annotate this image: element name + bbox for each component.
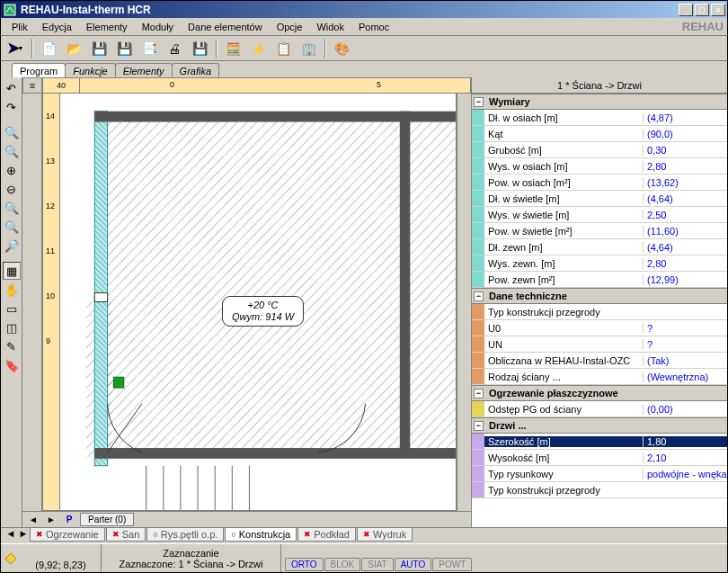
prop-row[interactable]: Pow. w świetle [m²](11,60): [472, 223, 727, 239]
check-button[interactable]: ⚡: [246, 38, 270, 59]
select-rect-icon[interactable]: ▭: [3, 300, 21, 318]
prop-row[interactable]: Wys. w osiach [m]2,80: [472, 158, 727, 175]
mode-auto[interactable]: AUTO: [395, 558, 432, 571]
mode-orto[interactable]: ORTO: [285, 558, 324, 571]
level-park-icon[interactable]: P: [62, 514, 76, 526]
mode-siat[interactable]: SIAT: [361, 558, 393, 571]
prop-group-header[interactable]: −Drzwi ...: [472, 417, 727, 434]
undo-icon[interactable]: ↶: [3, 79, 21, 97]
prop-row[interactable]: Kąt(90,0): [472, 126, 727, 142]
color-button[interactable]: 🎨: [330, 38, 353, 59]
level-tab[interactable]: Parter (0): [80, 513, 134, 526]
vertical-scrollbar[interactable]: [457, 94, 471, 511]
save-all-button[interactable]: 💾: [112, 38, 136, 59]
layer-tab[interactable]: ✖Wydruk: [357, 528, 413, 542]
menu-elementy[interactable]: Elementy: [79, 20, 135, 34]
prop-row[interactable]: Dł. zewn [m](4,64): [472, 239, 727, 255]
grid-icon[interactable]: ▦: [3, 262, 21, 280]
calc-button[interactable]: 🧮: [221, 38, 244, 59]
menu-edycja[interactable]: Edycja: [35, 20, 79, 34]
close-button[interactable]: ✕: [711, 4, 725, 16]
prop-row[interactable]: UN?: [472, 336, 727, 353]
prop-group-header[interactable]: −Dane techniczne: [472, 288, 727, 304]
export-button[interactable]: 💾: [188, 38, 211, 59]
layer-tab[interactable]: ○Rys.pętli o.p.: [146, 528, 224, 542]
ruler-horizontal[interactable]: 0 5: [80, 77, 471, 94]
building-button[interactable]: 🏢: [297, 38, 320, 59]
menu-pomoc[interactable]: Pomoc: [351, 20, 396, 34]
status-selection: Zaznaczanie Zaznaczone: 1 * Ściana -> Dr…: [102, 544, 281, 572]
menu-plik[interactable]: Plik: [4, 20, 35, 34]
draw-line-icon[interactable]: ✎: [3, 337, 21, 355]
prop-row[interactable]: Obliczana w REHAU-Instal-OZC(Tak): [472, 353, 727, 369]
tab-grafika[interactable]: Grafika: [172, 63, 219, 77]
properties-body[interactable]: −WymiaryDł. w osiach [m](4,87)Kąt(90,0)G…: [472, 94, 727, 527]
minimize-button[interactable]: _: [679, 4, 693, 16]
prop-row[interactable]: Odstęp PG od ściany(0,00): [472, 401, 727, 417]
prop-row[interactable]: Wysokość [m]2,10: [472, 450, 727, 466]
mode-blok[interactable]: BLOK: [324, 558, 361, 571]
zoom-in-icon[interactable]: 🔍: [3, 123, 21, 141]
app-icon: [3, 3, 17, 17]
ruler-scale: 40: [42, 77, 80, 94]
prop-row[interactable]: Typ rysunkowypodwójne - wnęka: [472, 466, 727, 482]
prop-row[interactable]: Pow. w osiach [m²](13,62): [472, 175, 727, 191]
new-file-button[interactable]: 📄: [37, 38, 60, 59]
zoom-fit-icon[interactable]: 🔍: [3, 218, 21, 236]
statusbar: (9,92; 8,23) Zaznaczanie Zaznaczone: 1 *…: [1, 543, 727, 572]
svg-rect-13: [113, 377, 123, 388]
level-next-icon[interactable]: ►: [44, 514, 58, 526]
prop-group-header[interactable]: −Wymiary: [472, 94, 727, 110]
prop-row[interactable]: Rodzaj ściany ...(Wewnętrzna): [472, 369, 727, 385]
save-button[interactable]: 💾: [87, 38, 111, 59]
prop-row[interactable]: Grubość [m]0,30: [472, 142, 727, 158]
menu-widok[interactable]: Widok: [309, 20, 351, 34]
mode-powt[interactable]: POWT: [432, 558, 472, 571]
tab-funkcje[interactable]: Funkcje: [65, 63, 116, 77]
brand-logo: REHAU: [682, 20, 724, 33]
zoom-all-icon[interactable]: 🔎: [3, 237, 21, 255]
layer-tab[interactable]: ○Konstrukcja: [225, 528, 297, 542]
layer-tab[interactable]: ✖San: [106, 528, 146, 542]
prop-row[interactable]: Dł. w osiach [m](4,87): [472, 110, 727, 126]
zoom-minus-icon[interactable]: ⊖: [3, 180, 21, 198]
zoom-out-icon[interactable]: 🔍: [3, 142, 21, 160]
layer-tab[interactable]: ✖Podkład: [297, 528, 356, 542]
redo-icon[interactable]: ↷: [3, 98, 21, 116]
titlebar: REHAU-Instal-therm HCR _ □ ✕: [1, 1, 727, 18]
prop-row[interactable]: Szerokość [m]1,80: [472, 434, 727, 450]
pan-icon[interactable]: ✋: [3, 281, 21, 299]
prop-row[interactable]: Typ konstrukcji przegrody: [472, 482, 727, 498]
prop-row[interactable]: Dł. w świetle [m](4,64): [472, 191, 727, 207]
select-lasso-icon[interactable]: ◫: [3, 318, 21, 336]
ruler-menu-icon[interactable]: ≡: [22, 77, 42, 94]
prop-row[interactable]: Pow. zewn [m²](12,99): [472, 272, 727, 288]
drawing-canvas[interactable]: +20 °C Qwym: 914 W: [60, 94, 457, 511]
maximize-button[interactable]: □: [695, 4, 709, 16]
list-button[interactable]: 📋: [271, 38, 295, 59]
open-file-button[interactable]: 📂: [62, 38, 85, 59]
level-prev-icon[interactable]: ◄: [26, 514, 40, 526]
prop-group-header[interactable]: −Ogrzewanie płaszczyznowe: [472, 385, 727, 401]
tab-program[interactable]: Program: [12, 63, 66, 77]
menu-dane[interactable]: Dane elementów: [181, 20, 270, 34]
window-title: REHAU-Instal-therm HCR: [21, 4, 677, 16]
tag-icon[interactable]: 🔖: [3, 356, 21, 374]
prop-row[interactable]: Wys. zewn. [m]2,80: [472, 255, 727, 272]
prop-row[interactable]: U0?: [472, 320, 727, 336]
tabs-prev-icon[interactable]: ◄: [4, 528, 17, 539]
tab-elementy[interactable]: Elementy: [115, 63, 173, 77]
copy-button[interactable]: 📑: [138, 38, 161, 59]
menu-opcje[interactable]: Opcje: [270, 20, 310, 34]
menu-moduly[interactable]: Moduły: [135, 20, 181, 34]
print-button[interactable]: 🖨: [163, 38, 186, 59]
tabs-next-icon[interactable]: ►: [17, 528, 30, 539]
ruler-vertical[interactable]: 14 13 12 11 10 9: [42, 94, 60, 511]
zoom-plus-icon[interactable]: ⊕: [3, 161, 21, 179]
select-tool[interactable]: ➤▼: [4, 38, 27, 59]
zoom-window-icon[interactable]: 🔍: [3, 199, 21, 217]
prop-row[interactable]: Typ konstrukcji przegrody: [472, 304, 727, 320]
status-diamond-icon: [1, 544, 21, 572]
layer-tab[interactable]: ✖Ogrzewanie: [30, 528, 105, 542]
prop-row[interactable]: Wys. w świetle [m]2,50: [472, 207, 727, 223]
